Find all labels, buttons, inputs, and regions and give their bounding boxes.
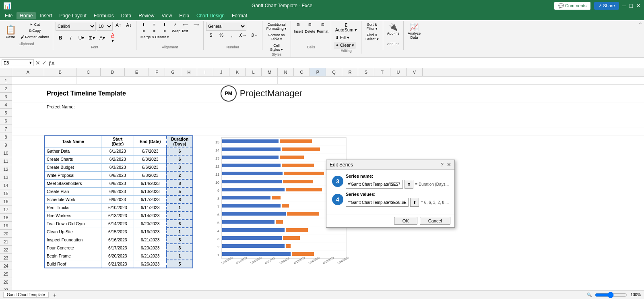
- ribbon-collapse-button[interactable]: ⌃: [638, 22, 642, 27]
- menu-home[interactable]: Home: [17, 12, 36, 19]
- table-cell-r11-c2[interactable]: 6/8/2023: [134, 171, 167, 179]
- table-cell-r14-c2[interactable]: 6/17/2023: [134, 195, 167, 203]
- table-cell-r22-c1[interactable]: 6/21/2023: [101, 260, 134, 268]
- col-header-k[interactable]: K: [229, 68, 246, 76]
- comma-button[interactable]: ,: [227, 32, 237, 38]
- table-cell-r9-c0[interactable]: Create Charts: [45, 155, 101, 163]
- table-cell-r20-c3[interactable]: 3: [167, 244, 193, 252]
- dialog-help-button[interactable]: ?: [441, 162, 444, 168]
- table-cell-r12-c0[interactable]: Meet Stakeholders: [45, 179, 101, 187]
- row-num-18[interactable]: 18: [0, 214, 12, 222]
- row-num-23[interactable]: 23: [0, 254, 12, 262]
- row-num-21[interactable]: 21: [0, 238, 12, 246]
- table-cell-r12-c2[interactable]: 6/14/2023: [134, 179, 167, 187]
- row-num-5[interactable]: 5: [0, 109, 12, 117]
- col-header-t[interactable]: T: [374, 68, 390, 76]
- row-num-1[interactable]: 1: [0, 77, 12, 85]
- table-cell-r17-c1[interactable]: 6/14/2023: [101, 220, 134, 228]
- row-num-3[interactable]: 3: [0, 93, 12, 101]
- cell-a1[interactable]: [12, 77, 44, 85]
- col-header-b[interactable]: B: [44, 68, 76, 76]
- align-center-button[interactable]: ≡: [149, 28, 159, 34]
- row-num-15[interactable]: 15: [0, 189, 12, 197]
- bold-button[interactable]: B: [56, 34, 65, 42]
- table-cell-r18-c1[interactable]: 6/15/2023: [101, 228, 134, 236]
- comments-button[interactable]: 💬 Comments: [554, 2, 591, 10]
- table-cell-r9-c3[interactable]: 6: [167, 155, 193, 163]
- col-header-d[interactable]: D: [101, 68, 125, 76]
- cell-b1[interactable]: [44, 77, 76, 85]
- series-values-input[interactable]: [346, 198, 409, 207]
- row-num-14[interactable]: 14: [0, 181, 12, 189]
- underline-button[interactable]: U▾: [76, 34, 86, 42]
- table-cell-r19-c3[interactable]: 5: [167, 236, 193, 244]
- cell-a3[interactable]: [12, 102, 44, 111]
- share-button[interactable]: ↗ Share: [594, 2, 619, 10]
- table-cell-r10-c2[interactable]: 6/6/2023: [134, 163, 167, 171]
- row-num-17[interactable]: 17: [0, 206, 12, 214]
- text-direction-button[interactable]: ↗: [170, 22, 180, 27]
- sort-button[interactable]: Sort &Filter ▾: [364, 22, 380, 31]
- table-cell-r21-c3[interactable]: 1: [167, 252, 193, 260]
- menu-insert[interactable]: Insert: [37, 12, 55, 19]
- format-painter-button[interactable]: 🖌 Format Painter: [19, 34, 50, 40]
- formula-confirm-button[interactable]: ✓: [42, 60, 47, 66]
- table-cell-r19-c2[interactable]: 6/21/2023: [134, 236, 167, 244]
- table-cell-r8-c1[interactable]: 6/1/2023: [101, 147, 134, 155]
- dialog-ok-button[interactable]: OK: [394, 217, 417, 225]
- menu-review[interactable]: Review: [135, 12, 157, 19]
- row-num-16[interactable]: 16: [0, 197, 12, 206]
- col-header-o[interactable]: O: [294, 68, 310, 76]
- minimize-button[interactable]: ─: [622, 2, 626, 9]
- align-top-button[interactable]: ⬆: [139, 22, 149, 27]
- paste-button[interactable]: 📋 Paste: [2, 22, 19, 42]
- dec-places-btn[interactable]: .0→: [237, 32, 248, 38]
- cell-a2[interactable]: [12, 85, 44, 102]
- table-cell-r14-c0[interactable]: Schedule Work: [45, 195, 101, 203]
- col-header-l[interactable]: L: [246, 68, 262, 76]
- row-num-20[interactable]: 20: [0, 230, 12, 238]
- col-header-q[interactable]: Q: [326, 68, 342, 76]
- table-cell-r16-c0[interactable]: Hire Workers: [45, 212, 101, 220]
- align-bottom-button[interactable]: ⬇: [160, 22, 169, 27]
- font-shrink-button[interactable]: A↓: [124, 22, 134, 31]
- row-num-7[interactable]: 7: [0, 125, 12, 133]
- col-header-f[interactable]: F: [149, 68, 165, 76]
- table-cell-r10-c0[interactable]: Create Budget: [45, 163, 101, 171]
- indent-dec-button[interactable]: ⟵: [181, 22, 190, 27]
- table-cell-r9-c1[interactable]: 6/2/2023: [101, 155, 134, 163]
- align-right-button[interactable]: ≡: [160, 28, 169, 34]
- menu-format[interactable]: Format: [229, 12, 250, 19]
- table-cell-r8-c2[interactable]: 6/7/2023: [134, 147, 167, 155]
- series-values-collapse-button[interactable]: ⬆: [410, 198, 419, 207]
- dialog-close-button[interactable]: ✕: [447, 162, 451, 168]
- formula-input[interactable]: [56, 59, 642, 66]
- menu-file[interactable]: File: [2, 12, 16, 19]
- table-cell-r15-c2[interactable]: 6/11/2023: [134, 203, 167, 212]
- col-header-h[interactable]: H: [181, 68, 197, 76]
- fill-color-button[interactable]: A▾: [97, 34, 107, 42]
- col-header-p[interactable]: P: [310, 68, 326, 76]
- table-cell-r20-c1[interactable]: 6/17/2023: [101, 244, 134, 252]
- col-header-n[interactable]: N: [278, 68, 294, 76]
- table-cell-r13-c3[interactable]: 5: [167, 187, 193, 195]
- row-num-24[interactable]: 24: [0, 262, 12, 270]
- number-format-select[interactable]: General: [206, 22, 246, 31]
- add-sheet-button[interactable]: +: [50, 291, 59, 299]
- col-header-g[interactable]: G: [165, 68, 181, 76]
- find-button[interactable]: Find &Select ▾: [364, 32, 380, 42]
- table-cell-r10-c1[interactable]: 6/3/2023: [101, 163, 134, 171]
- table-cell-r22-c0[interactable]: Build Roof: [45, 260, 101, 268]
- row-num-12[interactable]: 12: [0, 165, 12, 173]
- currency-button[interactable]: $: [206, 32, 216, 38]
- table-cell-r15-c0[interactable]: Rent Trucks: [45, 203, 101, 212]
- table-cell-r11-c1[interactable]: 6/6/2023: [101, 171, 134, 179]
- menu-formulas[interactable]: Formulas: [91, 12, 117, 19]
- table-cell-r18-c0[interactable]: Clean Up Site: [45, 228, 101, 236]
- row-num-25[interactable]: 25: [0, 270, 12, 278]
- delete-button[interactable]: ⊟: [305, 22, 315, 29]
- table-cell-r18-c2[interactable]: 6/16/2023: [134, 228, 167, 236]
- table-cell-r21-c1[interactable]: 6/20/2023: [101, 252, 134, 260]
- font-grow-button[interactable]: A↑: [114, 22, 123, 31]
- formula-insert-button[interactable]: ƒx: [48, 60, 55, 66]
